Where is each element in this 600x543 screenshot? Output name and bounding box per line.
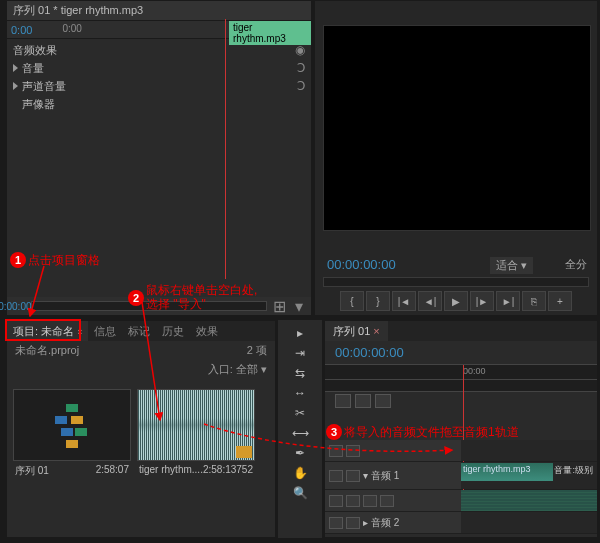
audio-track-2[interactable]: ▸ 音频 2 (325, 512, 597, 534)
audio-clip[interactable]: tiger rhythm.mp3 (461, 463, 553, 481)
timeline-tab-sequence[interactable]: 序列 01 × (325, 321, 388, 341)
monitor-resolution-dropdown[interactable]: 全分 (565, 257, 587, 272)
project-entry-row: 入口: 全部 ▾ (7, 360, 275, 379)
mute-toggle[interactable] (329, 517, 343, 529)
next-keyframe[interactable] (380, 495, 394, 507)
audio-track-1-expanded[interactable] (325, 490, 597, 512)
track-header[interactable]: ▾ 音频 1 (325, 462, 461, 489)
project-filename: 未命名.prproj (15, 343, 79, 358)
entry-dropdown[interactable]: 全部 ▾ (236, 363, 267, 375)
monitor-timecode[interactable]: 00:00:00:00 (327, 257, 396, 272)
step-forward-button[interactable]: |► (470, 291, 494, 311)
keyframe-toggle[interactable] (346, 495, 360, 507)
slip-tool[interactable]: ⟷ (290, 424, 310, 442)
expand-icon[interactable]: ▾ (363, 470, 368, 481)
project-item-sequence[interactable]: 序列 01 2:58:07 (13, 389, 131, 481)
zoom-icon[interactable]: ⊞ (272, 299, 286, 313)
ruler-tick-label: 00:00 (463, 366, 486, 376)
tab-markers[interactable]: 标记 (122, 321, 156, 341)
effect-label: 声道音量 (22, 79, 66, 94)
go-to-out-button[interactable]: ►| (496, 291, 520, 311)
track-lane[interactable] (461, 440, 597, 461)
track-lock[interactable] (346, 445, 360, 457)
export-frame-button[interactable]: ⎘ (522, 291, 546, 311)
mark-in-button[interactable]: { (340, 291, 364, 311)
mark-out-button[interactable]: } (366, 291, 390, 311)
tab-project[interactable]: 项目: 未命名 × (7, 321, 88, 341)
track-lane[interactable]: tiger rhythm.mp3 音量:级别 (461, 462, 597, 489)
clip-level-label: 音量:级别 (554, 464, 593, 477)
tab-info[interactable]: 信息 (88, 321, 122, 341)
track-toggle[interactable] (329, 445, 343, 457)
timeline-timecode[interactable]: 00:00:00:00 (325, 341, 597, 364)
more-controls-button[interactable]: + (548, 291, 572, 311)
close-icon[interactable]: × (77, 327, 82, 337)
rate-stretch-tool[interactable]: ↔ (290, 384, 310, 402)
effect-controls-title: 序列 01 * tiger rhythm.mp3 (7, 3, 311, 18)
panel-menu-icon[interactable]: ▾ (292, 299, 306, 313)
project-item-audio[interactable]: tiger rhythm.... 2:58:13752 (137, 389, 255, 481)
monitor-time-scrubber[interactable] (323, 277, 589, 287)
annotation-text-3: 将导入的音频文件拖至音频1轨道 (344, 424, 519, 441)
monitor-viewport[interactable] (323, 25, 591, 231)
effect-playhead-timecode[interactable]: 0:00 (7, 24, 32, 36)
settings-button[interactable] (375, 394, 391, 408)
selection-tool[interactable]: ▸ (290, 324, 310, 342)
entry-label: 入口: (208, 363, 233, 375)
marker-button[interactable] (355, 394, 371, 408)
effect-controls-header: 序列 01 * tiger rhythm.mp3 (7, 1, 311, 21)
track-select-tool[interactable]: ⇥ (290, 344, 310, 362)
effect-clip-label[interactable]: tiger rhythm.mp3 (229, 21, 311, 45)
effect-label: 声像器 (22, 97, 55, 112)
track-header[interactable]: ▸ 音频 2 (325, 512, 461, 533)
annotation-text-2b: 选择 "导入" (146, 296, 206, 313)
video-track-1[interactable] (325, 440, 597, 462)
hand-tool[interactable]: ✋ (290, 464, 310, 482)
effect-item-volume[interactable]: 音量 Ↄ (7, 59, 311, 77)
go-to-in-button[interactable]: |◄ (392, 291, 416, 311)
effect-item-channel-volume[interactable]: 声道音量 Ↄ (7, 77, 311, 95)
timeline-tool-icons (325, 392, 597, 410)
ripple-edit-tool[interactable]: ⇆ (290, 364, 310, 382)
track-label: 音频 2 (371, 516, 399, 530)
monitor-zoom-dropdown[interactable]: 适合 ▾ (490, 257, 533, 274)
expand-icon[interactable] (13, 82, 18, 90)
annotation-badge-1: 1 (10, 252, 26, 268)
track-header-controls[interactable] (325, 490, 461, 511)
pen-tool[interactable]: ✒ (290, 444, 310, 462)
timeline-work-area[interactable] (325, 380, 597, 392)
solo-toggle[interactable] (346, 517, 360, 529)
track-header[interactable] (325, 440, 461, 461)
snap-toggle[interactable] (335, 394, 351, 408)
effect-item-panner[interactable]: 声像器 (7, 95, 311, 113)
prev-keyframe[interactable] (363, 495, 377, 507)
timecode-small[interactable]: 00:00:00:00 (12, 299, 26, 313)
step-back-button[interactable]: ◄| (418, 291, 442, 311)
audio-badge-icon (236, 446, 252, 458)
ruler-tick-label: 0:00 (62, 23, 81, 34)
razor-tool[interactable]: ✂ (290, 404, 310, 422)
close-icon[interactable]: × (373, 325, 379, 337)
keyframe-icon[interactable]: Ↄ (297, 79, 305, 93)
track-toggle[interactable] (329, 495, 343, 507)
timeline-ruler[interactable]: 00:00 (325, 364, 597, 380)
tab-history[interactable]: 历史 (156, 321, 190, 341)
zoom-tool[interactable]: 🔍 (290, 484, 310, 502)
mute-toggle[interactable] (329, 470, 343, 482)
annotation-badge-2: 2 (128, 290, 144, 306)
keyframe-icon[interactable]: ◉ (295, 43, 305, 57)
clip-name: tiger rhythm.mp3 (463, 464, 531, 474)
expand-icon[interactable] (13, 64, 18, 72)
keyframe-icon[interactable]: Ↄ (297, 61, 305, 75)
waveform-lane[interactable] (461, 490, 597, 511)
solo-toggle[interactable] (346, 470, 360, 482)
tab-effects[interactable]: 效果 (190, 321, 224, 341)
play-button[interactable]: ▶ (444, 291, 468, 311)
item-duration: 2:58:13752 (203, 464, 253, 475)
project-panel[interactable]: 项目: 未命名 × 信息 标记 历史 效果 未命名.prproj 2 项 入口:… (6, 320, 276, 538)
audio-track-1[interactable]: ▾ 音频 1 tiger rhythm.mp3 音量:级别 (325, 462, 597, 490)
expand-icon[interactable]: ▸ (363, 517, 368, 528)
program-monitor: 00:00:00:00 适合 ▾ 全分 { } |◄ ◄| ▶ |► ►| ⎘ … (314, 0, 598, 316)
thumbnail-label-row: tiger rhythm.... 2:58:13752 (137, 461, 255, 478)
track-lane[interactable] (461, 512, 597, 533)
